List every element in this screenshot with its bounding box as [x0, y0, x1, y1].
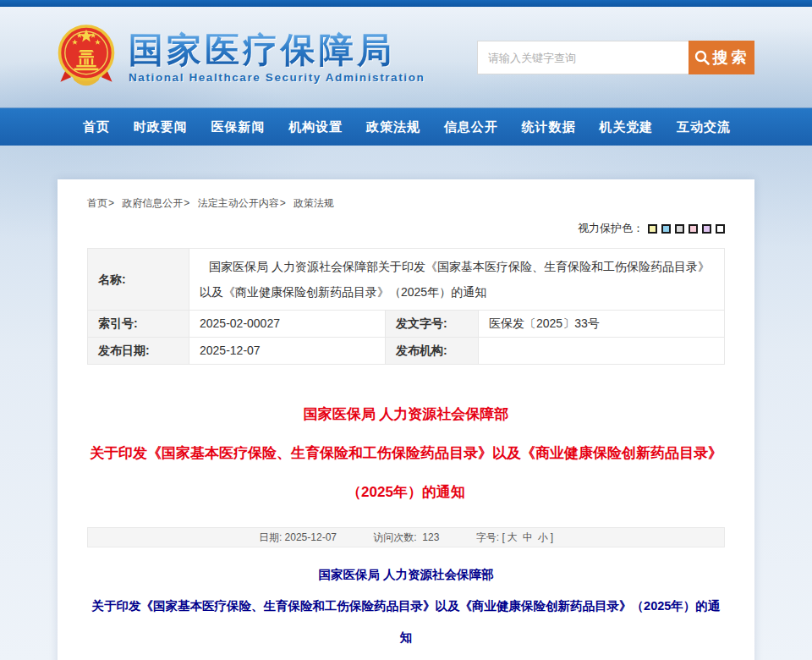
page-background: 首页> 政府信息公开> 法定主动公开内容> 政策法规 视力保护色： 名称: 国家… [0, 146, 812, 660]
breadcrumb-disclosure-content[interactable]: 法定主动公开内容 [198, 197, 279, 209]
main-nav-inner: 首页 时政要闻 医保新闻 机构设置 政策法规 信息公开 统计数据 机关党建 互动… [58, 108, 754, 146]
eye-color-swatch[interactable] [661, 224, 671, 234]
doc-number-label: 发文字号: [386, 311, 479, 338]
doc-pubdate-label: 发布日期: [88, 338, 189, 365]
document-heading-line: 国家医保局 人力资源社会保障部 [87, 559, 725, 591]
doc-name-label: 名称: [88, 249, 189, 311]
document-heading: 国家医保局 人力资源社会保障部 关于印发《国家基本医疗保险、生育保险和工伤保险药… [87, 559, 725, 660]
nav-item-medical-insurance-news[interactable]: 医保新闻 [211, 119, 266, 135]
eye-color-swatch[interactable] [689, 224, 698, 234]
nav-item-politics-news[interactable]: 时政要闻 [134, 119, 188, 135]
document-info-table: 名称: 国家医保局 人力资源社会保障部关于印发《国家基本医疗保险、生育保险和工伤… [87, 248, 725, 365]
meta-fontsize: 字号: [大中小] [476, 531, 553, 543]
doc-index-value: 2025-02-00027 [189, 311, 386, 338]
fontsize-small-button[interactable]: 小 [538, 531, 548, 543]
doc-number-value: 医保发〔2025〕33号 [479, 311, 725, 338]
nav-item-home[interactable]: 首页 [83, 119, 110, 135]
breadcrumb: 首页> 政府信息公开> 法定主动公开内容> 政策法规 [87, 196, 725, 211]
breadcrumb-separator: > [280, 197, 286, 209]
nav-item-organization[interactable]: 机构设置 [288, 119, 343, 135]
site-brand[interactable]: 国家医疗保障局 National Healthcare Security Adm… [56, 24, 425, 90]
doc-agency-value [479, 338, 725, 365]
eye-color-swatch[interactable] [675, 224, 684, 234]
breadcrumb-separator: > [184, 197, 189, 209]
fontsize-large-button[interactable]: 大 [508, 531, 518, 543]
nav-item-info-disclosure[interactable]: 信息公开 [444, 119, 498, 135]
site-title: 国家医疗保障局 [129, 30, 425, 69]
eye-color-swatch[interactable] [702, 224, 711, 234]
doc-agency-label: 发布机构: [386, 338, 479, 365]
fontsize-medium-button[interactable]: 中 [523, 531, 533, 543]
article-title-line: （2025年）的通知 [87, 473, 725, 512]
meta-fontsize-label: 字号: [476, 531, 499, 543]
brand-text: 国家医疗保障局 National Healthcare Security Adm… [129, 30, 425, 84]
article-title: 国家医保局 人力资源社会保障部 关于印发《国家基本医疗保险、生育保险和工伤保险药… [87, 395, 725, 512]
meta-date-label: 日期: [259, 531, 282, 543]
document-heading-line: 关于印发《国家基本医疗保险、生育保险和工伤保险药品目录》以及《商业健康保险创新药… [87, 591, 725, 653]
top-strip [0, 0, 812, 7]
meta-bracket-open: [ [502, 531, 504, 543]
meta-bracket-close: ] [551, 531, 553, 543]
search-input[interactable] [477, 41, 689, 74]
search-button-label: 搜索 [713, 47, 750, 68]
breadcrumb-policies[interactable]: 政策法规 [294, 197, 334, 209]
search-button[interactable]: 搜索 [689, 41, 754, 74]
table-row: 索引号: 2025-02-00027 发文字号: 医保发〔2025〕33号 [88, 311, 725, 338]
doc-name-value: 国家医保局 人力资源社会保障部关于印发《国家基本医疗保险、生育保险和工伤保险药品… [189, 249, 725, 311]
national-emblem-logo [56, 24, 117, 90]
search-box: 搜索 [477, 41, 754, 74]
content-panel: 首页> 政府信息公开> 法定主动公开内容> 政策法规 视力保护色： 名称: 国家… [58, 179, 754, 660]
breadcrumb-gov-info[interactable]: 政府信息公开 [122, 197, 183, 209]
article-title-line: 国家医保局 人力资源社会保障部 [87, 395, 725, 434]
nav-item-statistics[interactable]: 统计数据 [522, 119, 576, 135]
article-title-line: 关于印发《国家基本医疗保险、生育保险和工伤保险药品目录》以及《商业健康保险创新药… [87, 434, 725, 473]
article-meta-bar: 日期: 2025-12-07 访问次数: 123 字号: [大中小] [87, 527, 725, 547]
table-row: 名称: 国家医保局 人力资源社会保障部关于印发《国家基本医疗保险、生育保险和工伤… [88, 249, 725, 311]
eye-color-swatch[interactable] [716, 224, 725, 234]
eye-protection-bar: 视力保护色： [87, 221, 725, 234]
breadcrumb-separator: > [108, 197, 114, 209]
document-heading-line: 医保发〔2025〕33号 [87, 653, 725, 660]
eye-color-swatch[interactable] [648, 224, 657, 234]
site-subtitle: National Healthcare Security Administrat… [129, 71, 425, 84]
breadcrumb-home[interactable]: 首页 [87, 197, 107, 209]
meta-visits-label: 访问次数: [373, 531, 416, 543]
meta-visits-value: 123 [422, 531, 439, 543]
doc-index-label: 索引号: [88, 311, 189, 338]
meta-date: 日期: 2025-12-07 [259, 531, 337, 543]
table-row: 发布日期: 2025-12-07 发布机构: [88, 338, 725, 365]
main-nav: 首页 时政要闻 医保新闻 机构设置 政策法规 信息公开 统计数据 机关党建 互动… [0, 107, 812, 146]
eye-protection-label: 视力保护色： [578, 222, 644, 234]
nav-item-party-building[interactable]: 机关党建 [599, 119, 653, 135]
site-header: 国家医疗保障局 National Healthcare Security Adm… [0, 7, 812, 107]
doc-pubdate-value: 2025-12-07 [189, 338, 386, 365]
meta-date-value: 2025-12-07 [285, 531, 337, 543]
nav-item-policies[interactable]: 政策法规 [366, 119, 420, 135]
search-icon [694, 49, 710, 66]
meta-visits: 访问次数: 123 [373, 531, 439, 543]
nav-item-interaction[interactable]: 互动交流 [677, 119, 731, 135]
